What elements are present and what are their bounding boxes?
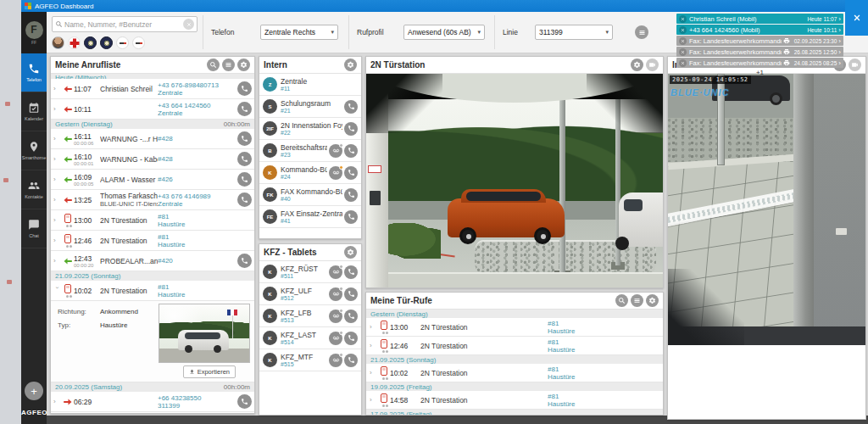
red-cross-icon[interactable] — [68, 36, 81, 49]
notification-item[interactable]: Fax: Landesfeuerwehrkommando24.08.2025 0… — [676, 58, 843, 68]
notification-item[interactable]: +43 664 1424560 (Mobil)Heute 10:11› — [676, 25, 843, 35]
search-box[interactable] — [52, 16, 198, 32]
favorite-avatar[interactable] — [52, 36, 64, 49]
dismiss-button[interactable] — [679, 48, 687, 56]
chevron-right-icon[interactable]: › — [370, 396, 377, 404]
search-button[interactable] — [615, 294, 628, 307]
call-button[interactable] — [237, 254, 252, 268]
chevron-right-icon[interactable]: › — [370, 369, 377, 377]
extension-row[interactable]: KKFZ_LFB#513 — [259, 305, 361, 327]
call-button[interactable] — [237, 81, 252, 96]
call-button[interactable] — [344, 265, 358, 279]
extension-row[interactable]: KKFZ_LAST#514 — [259, 327, 361, 349]
chevron-right-icon[interactable]: › — [53, 105, 61, 113]
voicemail-button[interactable] — [329, 166, 342, 180]
tenant-logo[interactable]: F FF — [21, 12, 47, 53]
call-button[interactable] — [237, 394, 252, 409]
chevron-right-icon[interactable]: › — [53, 176, 61, 183]
sidebar-item-kalender[interactable]: Kalender — [21, 92, 47, 131]
call-row[interactable]: ›16:1000:00:01WARNUNG - Kabelbruch#428 — [51, 149, 254, 170]
extension-row[interactable]: FKFAX Kommando-Büro#40 — [259, 184, 361, 206]
door-call-row[interactable]: ›12:462N Türestation#81Haustüre — [366, 337, 663, 355]
linie-select[interactable]: 311399▾ — [535, 25, 613, 40]
chevron-right-icon[interactable]: › — [370, 342, 377, 349]
call-row[interactable]: ›12:462N Türestation#81Haustüre — [51, 231, 254, 251]
door-call-row[interactable]: ›13:002N Türestation#81Haustüre — [366, 318, 663, 337]
door-call-row[interactable]: ›14:582N Türestation#81Haustüre — [366, 391, 663, 410]
call-button[interactable] — [237, 131, 252, 146]
dismiss-button[interactable] — [679, 59, 687, 67]
chevron-right-icon[interactable]: › — [53, 398, 61, 405]
voicemail-button[interactable] — [329, 144, 342, 158]
call-row[interactable]: ›13:25Thomas FarkaschBLUE-UNIC IT-Dienst… — [51, 190, 254, 210]
call-row[interactable]: ›10:11+43 664 1424560Zentrale — [51, 99, 254, 120]
sidebar-item-chat[interactable]: Chat — [21, 209, 47, 248]
call-button[interactable] — [344, 144, 358, 158]
chevron-right-icon[interactable]: › — [53, 85, 61, 92]
call-button[interactable] — [237, 172, 252, 187]
dismiss-button[interactable] — [679, 37, 687, 45]
extension-row[interactable]: ZZentrale#11 — [259, 74, 361, 96]
notification-item[interactable]: Fax: Landesfeuerwehrkommando26.08.2025 1… — [676, 47, 843, 57]
call-button[interactable] — [344, 188, 358, 202]
sidebar-item-telefon[interactable]: Telefon — [21, 53, 47, 92]
call-button[interactable] — [344, 310, 358, 323]
call-row[interactable]: ›12:4300:00:20PROBEALAR...andmelder#420 — [51, 251, 254, 271]
call-row[interactable]: ›16:0900:00:05ALARM - Wasser Heizung#426 — [51, 170, 254, 190]
call-row[interactable]: ›16:1100:00:06WARNUNG -...r Heizung#428 — [51, 129, 254, 149]
notification-item[interactable]: Christian Schreil (Mobil)Heute 11:07› — [676, 14, 843, 24]
notification-overflow[interactable]: +1 — [676, 69, 843, 76]
chevron-right-icon[interactable]: › — [53, 196, 61, 204]
settings-button[interactable] — [344, 246, 357, 259]
notification-item[interactable]: Fax: Landesfeuerwehrkommando02.09.2025 2… — [676, 36, 843, 46]
call-row[interactable]: ›11:07Christian Schreil+43 676-898480713… — [51, 79, 254, 99]
chevron-right-icon[interactable]: › — [53, 257, 61, 265]
rufprofil-select[interactable]: Anwesend (60s AB)▾ — [403, 25, 485, 40]
call-button[interactable] — [237, 192, 252, 207]
brand-logo-icon[interactable] — [132, 36, 145, 49]
chevron-right-icon[interactable]: › — [53, 237, 61, 244]
call-button[interactable] — [344, 354, 358, 367]
call-button[interactable] — [237, 152, 252, 166]
chevron-right-icon[interactable]: › — [370, 323, 377, 331]
extension-row[interactable]: FEFAX Einsatz-Zentrale#41 — [259, 206, 361, 228]
list-button[interactable] — [222, 59, 235, 71]
brand-logo-icon[interactable] — [116, 36, 129, 49]
extension-row[interactable]: SSchulungsraum#21 — [259, 96, 361, 118]
export-button[interactable]: Exportieren — [183, 365, 236, 378]
voicemail-button[interactable] — [329, 354, 342, 367]
settings-button[interactable] — [631, 59, 643, 71]
dismiss-button[interactable] — [679, 26, 687, 34]
search-button[interactable] — [207, 59, 220, 71]
add-button[interactable]: + — [25, 382, 43, 400]
call-row[interactable]: ›10:022N Türestation#81Haustüre — [51, 281, 254, 301]
emblem-icon[interactable] — [100, 36, 113, 49]
search-clear-button[interactable] — [183, 19, 194, 30]
sidebar-item-smarthome[interactable]: Smarthome — [21, 131, 47, 170]
camera-button[interactable] — [646, 59, 659, 71]
chevron-right-icon[interactable]: › — [53, 155, 61, 163]
chevron-right-icon[interactable]: › — [53, 216, 61, 224]
extension-row[interactable]: KKFZ_RÜST#511 — [259, 261, 361, 283]
call-button[interactable] — [237, 102, 252, 116]
door-call-row[interactable]: ›10:022N Türestation#81Haustüre — [366, 364, 663, 382]
telefon-select[interactable]: Zentrale Rechts▾ — [260, 25, 338, 40]
sidebar-item-kontakte[interactable]: Kontakte — [21, 170, 47, 209]
settings-button[interactable] — [646, 294, 659, 307]
voicemail-button[interactable] — [329, 332, 342, 345]
dismiss-button[interactable] — [679, 15, 687, 23]
search-input[interactable] — [63, 20, 183, 30]
call-button[interactable] — [344, 122, 358, 136]
settings-button[interactable] — [237, 59, 250, 71]
call-button[interactable] — [344, 287, 358, 301]
call-button[interactable] — [344, 332, 358, 345]
camera-button[interactable] — [849, 59, 861, 71]
settings-button[interactable] — [344, 59, 357, 71]
voicemail-button[interactable] — [329, 310, 342, 323]
call-row[interactable]: ›13:002N Türestation#81Haustüre — [51, 210, 254, 231]
extension-row[interactable]: KKommando-Büro#24 — [259, 162, 361, 184]
extension-row[interactable]: 2IF2N Innenstation Foyer#22 — [259, 118, 361, 140]
close-button[interactable] — [845, 0, 868, 36]
extension-row[interactable]: BBereitschaftsraum#23 — [259, 140, 361, 162]
more-button[interactable] — [635, 25, 648, 39]
